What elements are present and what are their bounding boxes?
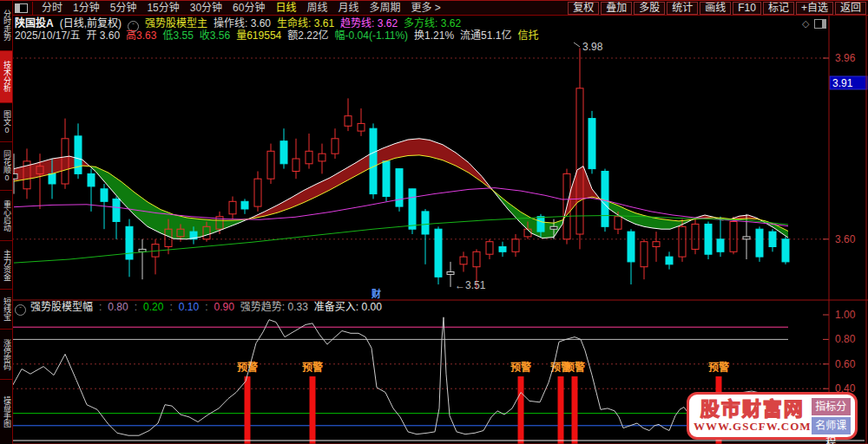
- period-toolbar: 分时1分钟5分钟15分钟30分钟60分钟日线周线月线多周期更多 > 复权叠加多股…: [12, 1, 868, 16]
- svg-text:0.80: 0.80: [835, 333, 856, 345]
- period-tab-3[interactable]: 5分钟: [105, 1, 142, 15]
- toolbar-button-7[interactable]: 标记: [763, 2, 794, 15]
- sidebar-tab-1[interactable]: 分时走势: [0, 1, 12, 51]
- svg-text:3.96: 3.96: [835, 52, 856, 64]
- indicator-field-6: :: [169, 301, 172, 313]
- sidebar-tab-5[interactable]: 重心启动: [0, 191, 12, 241]
- svg-text:←3.51: ←3.51: [455, 279, 486, 291]
- watermark-badges: 指标分享名师课程: [812, 397, 851, 435]
- indicator-field-5: 0.20: [143, 301, 163, 313]
- indicator-field-10: 强势趋势: 0.33: [240, 301, 308, 313]
- info2-field-9: 流通51.1亿: [460, 29, 511, 42]
- svg-text:预警: 预警: [302, 361, 323, 374]
- period-tab-11[interactable]: 更多 >: [406, 1, 446, 15]
- svg-text:预警: 预警: [510, 361, 531, 374]
- trading-app-window: 分时走势技术分析图文0同花顺0重心启动主力资金短线宝涨停密码操盘手图 分时1分钟…: [0, 0, 868, 444]
- info1-field-6: 趋势线: 3.62: [340, 17, 398, 29]
- info2-field-7: 幅-0.04(-1.11%): [335, 29, 408, 42]
- indicator-field-7: 0.10: [179, 301, 199, 313]
- indicator-field-4: :: [135, 301, 137, 313]
- window-split-icon[interactable]: [15, 3, 28, 13]
- period-tab-6[interactable]: 60分钟: [227, 1, 270, 15]
- info2-field-5: 量619554: [236, 29, 281, 42]
- left-tab-strip: 分时走势技术分析图文0同花顺0重心启动主力资金短线宝涨停密码操盘手图: [0, 1, 13, 444]
- indicator-field-2: :: [99, 301, 102, 313]
- watermark-badge-1[interactable]: 指标分享: [812, 398, 851, 415]
- chart-area[interactable]: 3.98←3.51财3.963.603.91预警预警预警预警预警预警1.000.…: [0, 1, 868, 444]
- toolbar-button-6[interactable]: F10: [733, 2, 761, 15]
- pane-split-icon[interactable]: [814, 19, 826, 29]
- period-tab-1[interactable]: 分时: [36, 1, 68, 15]
- info1-field-4: 操作线: 3.60: [214, 17, 271, 29]
- toolbar-button-5[interactable]: 画线: [700, 2, 731, 15]
- info2-field-1: 开 3.60: [86, 29, 120, 42]
- main-price-axis: 3.963.603.91: [823, 52, 867, 245]
- toolbar-button-9[interactable]: 返回: [835, 2, 866, 15]
- indicator-field-11: 准备买入: 0.00: [314, 301, 382, 313]
- info1-field-7: 多方线: 3.62: [404, 17, 461, 29]
- watermark-text: 股市财富网 WWW.GSCFW.COM: [694, 399, 812, 433]
- period-tab-10[interactable]: 多周期: [365, 1, 406, 15]
- toolbar-divider: [32, 2, 33, 15]
- sidebar-tab-3[interactable]: 图文0: [0, 103, 12, 142]
- info2-field-8: 换1.21%: [414, 29, 454, 42]
- svg-text:预警: 预警: [237, 361, 258, 374]
- svg-text:财: 财: [371, 288, 381, 299]
- info2-field-0: 2025/10/17/五: [15, 29, 80, 42]
- quote-info-line: 2025/10/17/五开 3.60高3.63低3.55收3.56量619554…: [15, 30, 544, 42]
- info1-field-5: 生命线: 3.61: [277, 17, 334, 29]
- toolbar-button-4[interactable]: 统计: [667, 2, 698, 15]
- sidebar-tab-9[interactable]: 操盘手图: [0, 380, 12, 444]
- chart-corner-icons: ◇: [802, 18, 826, 29]
- indicator-field-3: 0.80: [108, 301, 128, 313]
- info1-field-1: (日线,前复权): [60, 17, 122, 29]
- indicator-field-8: :: [205, 301, 207, 313]
- period-tab-5[interactable]: 30分钟: [185, 1, 227, 15]
- info1-field-0: 陕国投A: [15, 17, 54, 29]
- toolbar-button-1[interactable]: 复权: [568, 2, 599, 15]
- toolbar-button-8[interactable]: +自选: [796, 2, 833, 15]
- svg-text:3.60: 3.60: [835, 233, 856, 245]
- watermark-url: WWW.GSCFW.COM: [694, 420, 812, 433]
- diamond-icon[interactable]: ◇: [802, 18, 809, 29]
- indicator-field-9: 0.90: [214, 301, 233, 313]
- svg-text:1.00: 1.00: [835, 309, 856, 321]
- svg-text:预警: 预警: [708, 361, 729, 374]
- sidebar-tab-4[interactable]: 同花顺0: [0, 142, 12, 191]
- indicator-panel-header: ˇ强势股模型幅:0.80:0.20:0.10:0.90强势趋势: 0.33准备买…: [15, 302, 388, 316]
- period-tab-7[interactable]: 日线: [270, 1, 301, 15]
- watermark-site-name: 股市财富网: [694, 399, 812, 420]
- svg-text:0.60: 0.60: [835, 358, 856, 370]
- period-tabs: 分时1分钟5分钟15分钟30分钟60分钟日线周线月线多周期更多 >: [36, 1, 446, 15]
- frame-lines: [0, 1, 868, 444]
- info2-field-6: 额2.22亿: [287, 29, 328, 42]
- sidebar-tab-8[interactable]: 涨停密码: [0, 330, 12, 380]
- watermark-badge-2[interactable]: 名师课程: [812, 417, 851, 434]
- sidebar-tab-7[interactable]: 短线宝: [0, 290, 12, 330]
- toolbar-buttons: 复权叠加多股统计画线F10标记+自选返回: [568, 2, 868, 15]
- info2-field-4: 收3.56: [200, 29, 230, 42]
- info2-field-3: 低3.55: [162, 29, 193, 42]
- sidebar-tab-2[interactable]: 技术分析: [0, 51, 12, 103]
- svg-text:预警: 预警: [564, 361, 585, 374]
- info2-field-2: 高3.63: [126, 29, 156, 42]
- toolbar-button-3[interactable]: 多股: [634, 2, 665, 15]
- watermark-card: 股市财富网 WWW.GSCFW.COM 指标分享名师课程: [687, 392, 858, 440]
- collapse-chevron-icon[interactable]: ˇ: [15, 304, 26, 316]
- info1-field-3: 强势股模型主: [145, 17, 207, 29]
- period-tab-2[interactable]: 1分钟: [68, 1, 105, 15]
- main-annotations: 3.98←3.51财: [371, 41, 603, 299]
- period-tab-4[interactable]: 15分钟: [141, 1, 184, 15]
- svg-text:3.91: 3.91: [832, 77, 853, 89]
- period-tab-9[interactable]: 月线: [333, 1, 365, 15]
- toolbar-button-2[interactable]: 叠加: [601, 2, 632, 15]
- indicator-field-1: 强势股模型幅: [30, 301, 93, 313]
- sidebar-tab-6[interactable]: 主力资金: [0, 241, 12, 290]
- period-tab-8[interactable]: 周线: [301, 1, 332, 15]
- info2-field-10: 信托: [517, 29, 538, 42]
- svg-text:3.98: 3.98: [582, 41, 603, 53]
